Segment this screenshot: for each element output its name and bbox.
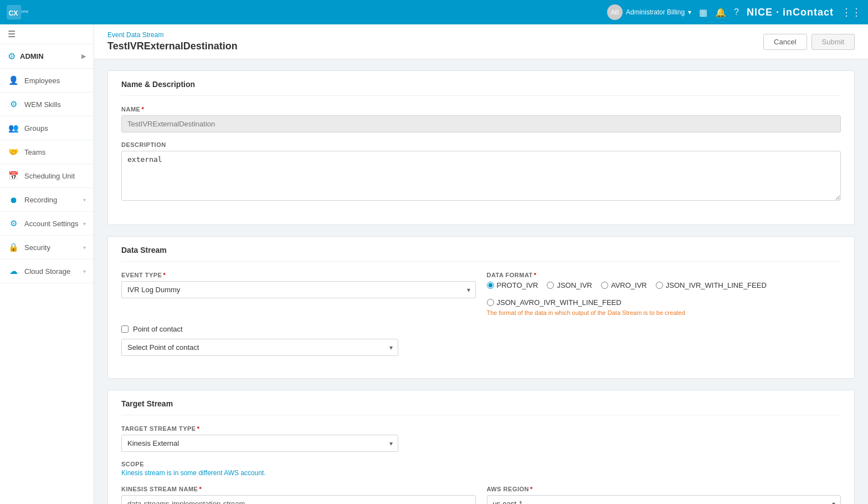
name-description-title: Name & Description xyxy=(121,71,841,96)
svg-text:CX: CX xyxy=(9,9,19,17)
target-stream-type-group: TARGET STREAM TYPE* Kinesis External Kin… xyxy=(121,425,841,452)
sidebar-item-account-settings[interactable]: ⚙ Account Settings ▾ xyxy=(0,212,94,236)
sidebar-item-teams[interactable]: 🤝 Teams xyxy=(0,140,94,164)
cloud-storage-icon: ☁ xyxy=(8,266,19,277)
target-stream-type-select[interactable]: Kinesis External Kinesis Internal S3 Kaf… xyxy=(121,435,398,452)
user-info[interactable]: AB Administrator Billing ▾ xyxy=(607,4,691,20)
monitor-icon[interactable]: ▦ xyxy=(699,7,707,18)
content-area: Name & Description NAME* DESCRIPTION ext… xyxy=(94,59,868,504)
sidebar-hamburger[interactable]: ☰ xyxy=(0,24,94,44)
account-settings-chevron-icon: ▾ xyxy=(83,221,86,227)
sidebar-item-label: Cloud Storage xyxy=(24,267,83,276)
json-ivr-line-feed-label: JSON_IVR_WITH_LINE_FEED xyxy=(666,281,767,289)
point-of-contact-group: Point of contact Select Point of contact… xyxy=(121,325,841,356)
kinesis-aws-row: KINESIS STREAM NAME* AWS REGION* us-east… xyxy=(121,486,841,504)
admin-label: ADMIN xyxy=(20,52,81,60)
submit-button[interactable]: Submit xyxy=(811,34,855,50)
sidebar-item-employees[interactable]: 👤 Employees xyxy=(0,69,94,93)
description-input[interactable]: external xyxy=(121,151,841,201)
app-logo[interactable]: CX one xyxy=(7,4,45,20)
scope-group: SCOPE Kinesis stream is in some differen… xyxy=(121,461,841,477)
kinesis-stream-name-input[interactable] xyxy=(121,495,476,504)
target-stream-section: Target Stream TARGET STREAM TYPE* Kinesi… xyxy=(107,390,855,504)
kinesis-stream-name-group: KINESIS STREAM NAME* xyxy=(121,486,476,504)
sidebar-item-label: Scheduling Unit xyxy=(24,172,86,180)
description-form-group: DESCRIPTION external xyxy=(121,141,841,202)
sidebar: ☰ ⚙ ADMIN ▶ 👤 Employees ⚙ WEM Skills 👥 G… xyxy=(0,24,94,504)
name-label: NAME* xyxy=(121,106,841,113)
hamburger-icon[interactable]: ☰ xyxy=(8,29,16,39)
point-of-contact-label: Point of contact xyxy=(133,325,183,333)
data-stream-section: Data Stream EVENT TYPE* IVR Log Dummy Ag… xyxy=(107,236,855,379)
radio-avro-ivr[interactable]: AVRO_IVR xyxy=(601,281,647,289)
event-type-select[interactable]: IVR Log Dummy Agent Activity Contact IVR xyxy=(121,281,476,298)
avatar: AB xyxy=(607,4,623,20)
radio-proto-ivr[interactable]: PROTO_IVR xyxy=(487,281,538,289)
data-format-label: DATA FORMAT* xyxy=(487,272,841,278)
data-format-hint: The format of the data in which output o… xyxy=(487,309,841,316)
data-format-group: DATA FORMAT* PROTO_IVR JSON_IVR xyxy=(487,272,841,316)
json-avro-line-feed-label: JSON_AVRO_IVR_WITH_LINE_FEED xyxy=(497,298,622,307)
recording-chevron-icon: ▾ xyxy=(83,197,86,203)
aws-region-group: AWS REGION* us-east-1 us-west-2 eu-west-… xyxy=(487,486,841,504)
topnav: CX one AB Administrator Billing ▾ ▦ 🔔 ? … xyxy=(0,0,868,24)
point-of-contact-checkbox[interactable] xyxy=(121,325,129,333)
sidebar-admin[interactable]: ⚙ ADMIN ▶ xyxy=(0,44,94,69)
data-stream-row: EVENT TYPE* IVR Log Dummy Agent Activity… xyxy=(121,272,841,325)
breadcrumb[interactable]: Event Data Stream xyxy=(107,31,238,39)
point-of-contact-select[interactable]: Select Point of contact xyxy=(121,339,398,356)
aws-region-label: AWS REGION* xyxy=(487,486,841,492)
target-stream-type-label: TARGET STREAM TYPE* xyxy=(121,425,841,432)
account-settings-icon: ⚙ xyxy=(8,218,19,229)
groups-icon: 👥 xyxy=(8,123,19,134)
page-header: Event Data Stream TestIVRExternalDestina… xyxy=(94,24,868,59)
sidebar-item-label: Recording xyxy=(24,196,83,204)
target-stream-title: Target Stream xyxy=(121,390,841,415)
security-icon: 🔒 xyxy=(8,242,19,253)
point-of-contact-select-wrapper: Select Point of contact ▾ xyxy=(121,339,398,356)
name-input[interactable] xyxy=(121,115,841,133)
scope-value: Kinesis stream is in some different AWS … xyxy=(121,469,841,477)
wem-skills-icon: ⚙ xyxy=(8,99,19,110)
admin-chevron-icon: ▶ xyxy=(81,53,86,60)
cloud-storage-chevron-icon: ▾ xyxy=(83,268,86,274)
svg-text:one: one xyxy=(21,9,29,14)
event-type-group: EVENT TYPE* IVR Log Dummy Agent Activity… xyxy=(121,272,476,316)
radio-json-ivr-line-feed[interactable]: JSON_IVR_WITH_LINE_FEED xyxy=(656,281,767,289)
description-label: DESCRIPTION xyxy=(121,141,841,148)
bell-icon[interactable]: 🔔 xyxy=(715,7,726,18)
apps-grid-icon[interactable]: ⋮⋮ xyxy=(841,6,861,18)
help-icon[interactable]: ? xyxy=(734,7,739,17)
scheduling-icon: 📅 xyxy=(8,170,19,181)
sidebar-item-wem-skills[interactable]: ⚙ WEM Skills xyxy=(0,93,94,116)
radio-json-avro-line-feed[interactable]: JSON_AVRO_IVR_WITH_LINE_FEED xyxy=(487,298,622,307)
sidebar-item-groups[interactable]: 👥 Groups xyxy=(0,116,94,140)
sidebar-item-label: WEM Skills xyxy=(24,100,86,109)
main-content: Event Data Stream TestIVRExternalDestina… xyxy=(94,24,868,504)
event-type-label: EVENT TYPE* xyxy=(121,272,476,278)
name-description-section: Name & Description NAME* DESCRIPTION ext… xyxy=(107,70,855,225)
recording-icon: ⏺ xyxy=(8,194,19,205)
radio-json-ivr[interactable]: JSON_IVR xyxy=(547,281,592,289)
nice-brand: NICE · inContact xyxy=(747,7,834,18)
avro-ivr-label: AVRO_IVR xyxy=(611,281,647,289)
employees-icon: 👤 xyxy=(8,75,19,86)
user-name: Administrator Billing xyxy=(626,8,685,16)
aws-region-select-wrapper: us-east-1 us-west-2 eu-west-1 ap-southea… xyxy=(487,495,841,504)
sidebar-item-scheduling-unit[interactable]: 📅 Scheduling Unit xyxy=(0,164,94,188)
aws-region-select[interactable]: us-east-1 us-west-2 eu-west-1 ap-southea… xyxy=(487,495,841,504)
kinesis-stream-name-label: KINESIS STREAM NAME* xyxy=(121,486,476,492)
page-header-right: Cancel Submit xyxy=(763,34,855,50)
teams-icon: 🤝 xyxy=(8,146,19,157)
data-format-radio-group: PROTO_IVR JSON_IVR AVRO_IVR JSON_IV xyxy=(487,281,841,307)
user-dropdown-icon[interactable]: ▾ xyxy=(688,8,691,16)
sidebar-item-recording[interactable]: ⏺ Recording ▾ xyxy=(0,188,94,212)
cancel-button[interactable]: Cancel xyxy=(763,34,807,50)
sidebar-item-security[interactable]: 🔒 Security ▾ xyxy=(0,236,94,259)
json-ivr-label: JSON_IVR xyxy=(557,281,592,289)
data-stream-title: Data Stream xyxy=(121,237,841,262)
point-of-contact-checkbox-option[interactable]: Point of contact xyxy=(121,325,841,333)
sidebar-item-label: Groups xyxy=(24,124,86,133)
sidebar-item-cloud-storage[interactable]: ☁ Cloud Storage ▾ xyxy=(0,259,94,283)
sidebar-item-label: Account Settings xyxy=(24,220,83,228)
